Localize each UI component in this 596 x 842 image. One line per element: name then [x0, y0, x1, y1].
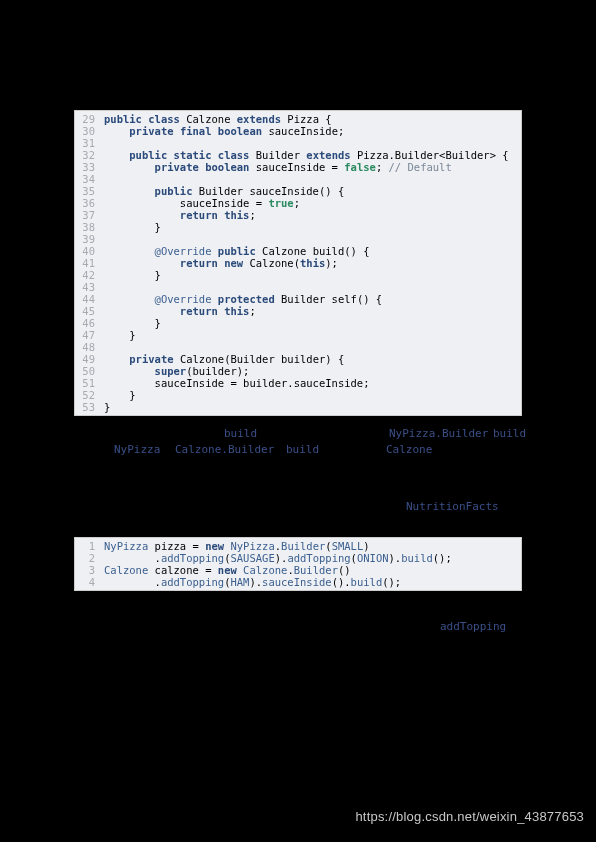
code-block-calzone: 2930313233343536373839404142434445464748…	[74, 110, 522, 416]
line-gutter-1: 2930313233343536373839404142434445464748…	[75, 111, 98, 415]
token-build-3: build	[286, 443, 319, 456]
token-addtopping: addTopping	[440, 620, 506, 633]
line-gutter-2: 1234	[75, 538, 98, 590]
token-nutritionfacts: NutritionFacts	[406, 500, 499, 513]
code-block-usage: 1234 NyPizza pizza = new NyPizza.Builder…	[74, 537, 522, 591]
code-lines-1: public class Calzone extends Pizza { pri…	[98, 111, 509, 415]
token-nypizza-builder: NyPizza.Builder	[389, 427, 488, 440]
code-lines-2: NyPizza pizza = new NyPizza.Builder(SMAL…	[98, 538, 452, 590]
page: 2930313233343536373839404142434445464748…	[0, 0, 596, 842]
token-calzone-builder: Calzone.Builder	[175, 443, 274, 456]
token-calzone: Calzone	[386, 443, 432, 456]
watermark: https://blog.csdn.net/weixin_43877653	[355, 809, 584, 824]
token-nypizza: NyPizza	[114, 443, 160, 456]
token-build-2: build	[493, 427, 526, 440]
token-build-1: build	[224, 427, 257, 440]
